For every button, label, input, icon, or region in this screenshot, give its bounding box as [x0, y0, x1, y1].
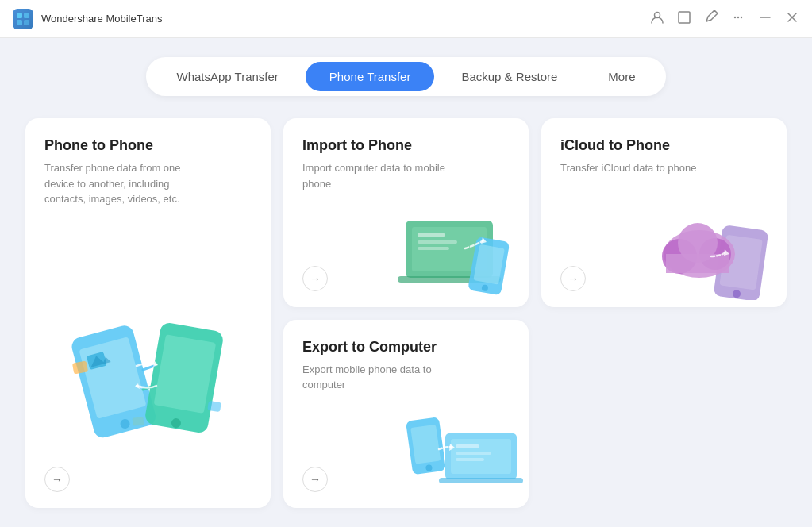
card-icloud-title: iCloud to Phone [560, 137, 768, 154]
tab-more[interactable]: More [584, 62, 659, 91]
svg-point-8 [741, 17, 742, 18]
nav-bar: WhatsApp Transfer Phone Transfer Backup … [146, 57, 665, 96]
icloud-illustration [656, 197, 783, 303]
card-import-to-phone[interactable]: Import to Phone Import computer data to … [283, 118, 529, 307]
main-content: WhatsApp Transfer Phone Transfer Backup … [0, 38, 812, 527]
card-icloud-desc: Transfer iCloud data to phone [560, 160, 703, 176]
svg-rect-1 [24, 13, 29, 18]
window-controls [650, 10, 799, 27]
edit-icon[interactable] [704, 10, 718, 27]
card-import-title: Import to Phone [302, 137, 510, 154]
svg-rect-51 [456, 452, 491, 455]
app-logo [13, 9, 33, 29]
menu-icon[interactable] [731, 10, 745, 27]
svg-rect-49 [439, 478, 523, 483]
svg-rect-48 [451, 439, 511, 474]
card-export-title: Export to Computer [302, 339, 510, 356]
export-illustration [398, 398, 525, 504]
tab-backup[interactable]: Backup & Restore [437, 62, 581, 91]
svg-point-7 [737, 17, 739, 18]
svg-rect-3 [24, 20, 29, 25]
svg-rect-42 [666, 254, 729, 273]
card-phone-to-phone[interactable]: Phone to Phone Transfer phone data from … [25, 118, 271, 508]
svg-rect-52 [456, 458, 484, 461]
svg-rect-2 [17, 20, 22, 25]
tab-whatsapp[interactable]: WhatsApp Transfer [152, 62, 302, 91]
cards-grid: Phone to Phone Transfer phone data from … [25, 118, 787, 508]
import-illustration [398, 197, 525, 303]
account-icon[interactable] [650, 10, 664, 27]
card-phone-to-phone-desc: Transfer phone data from one device to a… [44, 160, 187, 207]
card-icloud-to-phone[interactable]: iCloud to Phone Transfer iCloud data to … [541, 118, 787, 307]
svg-rect-0 [17, 13, 22, 18]
svg-rect-21 [207, 401, 221, 412]
close-icon[interactable] [785, 10, 799, 27]
svg-rect-45 [410, 425, 441, 464]
tab-phone[interactable]: Phone Transfer [306, 62, 435, 91]
card-phone-to-phone-title: Phone to Phone [44, 137, 252, 154]
phone-to-phone-illustration [57, 298, 240, 460]
card-phone-to-phone-arrow[interactable]: → [44, 467, 70, 492]
svg-rect-22 [132, 417, 144, 425]
svg-point-6 [734, 17, 736, 18]
card-export-to-computer[interactable]: Export to Computer Export mobile phone d… [283, 320, 529, 509]
titlebar: Wondershare MobileTrans [0, 0, 812, 38]
card-import-arrow[interactable]: → [302, 266, 328, 291]
minimize-icon[interactable] [758, 10, 772, 27]
svg-rect-29 [418, 240, 457, 244]
card-import-desc: Import computer data to mobile phone [302, 160, 445, 191]
svg-rect-5 [679, 12, 690, 23]
card-export-arrow[interactable]: → [302, 467, 328, 492]
svg-rect-30 [418, 247, 449, 250]
card-icloud-arrow[interactable]: → [560, 266, 586, 291]
svg-rect-50 [456, 444, 479, 448]
app-title: Wondershare MobileTrans [41, 13, 650, 25]
card-export-desc: Export mobile phone data to computer [302, 362, 445, 393]
svg-rect-28 [418, 233, 445, 237]
window-icon[interactable] [677, 10, 691, 27]
